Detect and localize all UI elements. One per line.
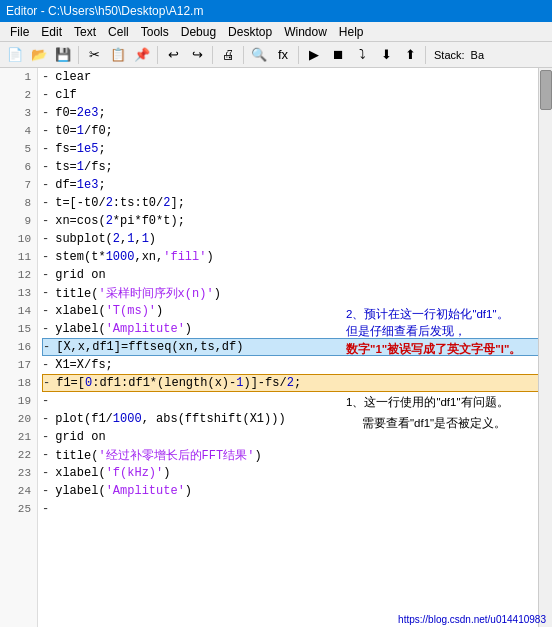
line-dash-5: - <box>42 142 49 156</box>
undo-button[interactable]: ↩ <box>162 44 184 66</box>
line-code-6: ts=1/fs; <box>55 160 113 174</box>
line-code-10: subplot(2,1,1) <box>55 232 156 246</box>
annotation-1: 2、预计在这一行初始化"df1"。 但是仔细查看后发现， 数字"1"被误写成了英… <box>346 306 548 358</box>
cut-button[interactable]: ✂ <box>83 44 105 66</box>
line-num-8: 8 <box>0 194 37 212</box>
print-button[interactable]: 🖨 <box>217 44 239 66</box>
copy-button[interactable]: 📋 <box>107 44 129 66</box>
line-num-6: 6 <box>0 158 37 176</box>
menu-cell[interactable]: Cell <box>102 25 135 39</box>
line-num-4: 4 <box>0 122 37 140</box>
run-button[interactable]: ▶ <box>303 44 325 66</box>
line-code-2: clf <box>55 88 77 102</box>
line-num-22: 22 <box>0 446 37 464</box>
ann2-line1: 1、这一行使用的"df1"有问题。 <box>346 394 548 411</box>
line-dash-16: - <box>43 340 50 354</box>
line-num-14: 14 <box>0 302 37 320</box>
line-dash-1: - <box>42 70 49 84</box>
menu-file[interactable]: File <box>4 25 35 39</box>
code-line-6: -ts=1/fs; <box>42 158 548 176</box>
step-out-button[interactable]: ⬆ <box>399 44 421 66</box>
open-button[interactable]: 📂 <box>28 44 50 66</box>
line-dash-9: - <box>42 214 49 228</box>
line-dash-20: - <box>42 412 49 426</box>
code-line-24: -ylabel('Amplitute') <box>42 482 548 500</box>
line-dash-19: - <box>42 394 49 408</box>
menu-edit[interactable]: Edit <box>35 25 68 39</box>
line-num-9: 9 <box>0 212 37 230</box>
stack-value: Ba <box>471 49 484 61</box>
line-code-22: title('经过补零增长后的FFT结果') <box>55 447 261 464</box>
menu-debug[interactable]: Debug <box>175 25 222 39</box>
line-dash-15: - <box>42 322 49 336</box>
line-dash-14: - <box>42 304 49 318</box>
code-line-4: -t0=1/f0; <box>42 122 548 140</box>
line-code-15: ylabel('Amplitute') <box>55 322 192 336</box>
code-line-10: -subplot(2,1,1) <box>42 230 548 248</box>
line-code-14: xlabel('T(ms)') <box>55 304 163 318</box>
line-dash-23: - <box>42 466 49 480</box>
line-code-1: clear <box>55 70 91 84</box>
watermark: https://blog.csdn.net/u014410983 <box>398 614 546 625</box>
line-num-1: 1 <box>0 68 37 86</box>
line-code-17: X1=X/fs; <box>55 358 113 372</box>
menu-tools[interactable]: Tools <box>135 25 175 39</box>
paste-button[interactable]: 📌 <box>131 44 153 66</box>
new-button[interactable]: 📄 <box>4 44 26 66</box>
line-code-12: grid on <box>55 268 105 282</box>
separator2 <box>157 46 158 64</box>
line-num-16: 16 <box>0 338 37 356</box>
code-line-22: -title('经过补零增长后的FFT结果') <box>42 446 548 464</box>
line-num-15: 15 <box>0 320 37 338</box>
line-num-5: 5 <box>0 140 37 158</box>
menu-text[interactable]: Text <box>68 25 102 39</box>
redo-button[interactable]: ↪ <box>186 44 208 66</box>
code-line-3: -f0=2e3; <box>42 104 548 122</box>
line-num-21: 21 <box>0 428 37 446</box>
line-dash-4: - <box>42 124 49 138</box>
line-dash-25: - <box>42 502 49 516</box>
fx-button[interactable]: fx <box>272 44 294 66</box>
menu-bar: File Edit Text Cell Tools Debug Desktop … <box>0 22 552 42</box>
line-num-19: 19 <box>0 392 37 410</box>
code-line-2: -clf <box>42 86 548 104</box>
separator5 <box>298 46 299 64</box>
line-dash-21: - <box>42 430 49 444</box>
line-code-8: t=[-t0/2:ts:t0/2]; <box>55 196 185 210</box>
step-button[interactable]: ⤵ <box>351 44 373 66</box>
code-line-11: -stem(t*1000,xn,'fill') <box>42 248 548 266</box>
line-num-12: 12 <box>0 266 37 284</box>
line-dash-10: - <box>42 232 49 246</box>
line-num-24: 24 <box>0 482 37 500</box>
line-code-16: [X,x,df1]=fftseq(xn,ts,df) <box>56 340 243 354</box>
annotation-area: 2、预计在这一行初始化"df1"。 但是仔细查看后发现， 数字"1"被误写成了英… <box>342 302 552 444</box>
line-dash-17: - <box>42 358 49 372</box>
line-num-13: 13 <box>0 284 37 302</box>
menu-desktop[interactable]: Desktop <box>222 25 278 39</box>
line-dash-6: - <box>42 160 49 174</box>
line-code-9: xn=cos(2*pi*f0*t); <box>55 214 185 228</box>
line-dash-7: - <box>42 178 49 192</box>
line-dash-22: - <box>42 448 49 462</box>
line-num-11: 11 <box>0 248 37 266</box>
line-dash-8: - <box>42 196 49 210</box>
line-code-13: title('采样时间序列x(n)') <box>55 285 221 302</box>
line-code-4: t0=1/f0; <box>55 124 113 138</box>
ann2-line2: 需要查看"df1"是否被定义。 <box>362 415 548 432</box>
title-bar: Editor - C:\Users\h50\Desktop\A12.m <box>0 0 552 22</box>
search-button[interactable]: 🔍 <box>248 44 270 66</box>
line-num-20: 20 <box>0 410 37 428</box>
line-dash-11: - <box>42 250 49 264</box>
code-line-7: -df=1e3; <box>42 176 548 194</box>
save-button[interactable]: 💾 <box>52 44 74 66</box>
menu-window[interactable]: Window <box>278 25 333 39</box>
ann1-line3: 数字"1"被误写成了英文字母"l"。 <box>346 341 548 358</box>
step-in-button[interactable]: ⬇ <box>375 44 397 66</box>
separator4 <box>243 46 244 64</box>
ann1-line2: 但是仔细查看后发现， <box>346 323 548 340</box>
stop-button[interactable]: ⏹ <box>327 44 349 66</box>
menu-help[interactable]: Help <box>333 25 370 39</box>
scroll-thumb[interactable] <box>540 70 552 110</box>
code-line-1: -clear <box>42 68 548 86</box>
separator1 <box>78 46 79 64</box>
